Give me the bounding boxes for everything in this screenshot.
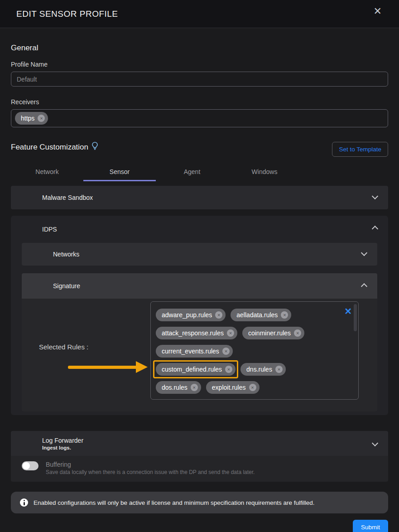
rule-chip-label: adware_pup.rules <box>162 311 212 319</box>
networks-title: Networks <box>53 251 79 258</box>
tab-windows[interactable]: Windows <box>228 164 301 181</box>
malware-sandbox-title: Malware Sandbox <box>42 194 93 201</box>
receiver-chip-label: https <box>21 115 34 122</box>
signature-title: Signature <box>53 282 80 290</box>
receivers-input[interactable]: https × <box>11 109 388 127</box>
remove-chip-icon[interactable]: × <box>275 366 283 373</box>
feature-customization-heading: Feature Customization <box>11 143 88 152</box>
set-to-template-button[interactable]: Set to Template <box>332 142 388 157</box>
tab-sensor[interactable]: Sensor <box>83 164 156 181</box>
receiver-chip: https × <box>15 112 48 125</box>
rule-chip: exploit.rules × <box>206 381 260 394</box>
accordion-signature[interactable]: Signature <box>22 273 377 299</box>
page-title: EDIT SENSOR PROFILE <box>16 9 118 19</box>
rule-chip-label: dos.rules <box>162 384 187 391</box>
signature-content: Selected Rules : adware_pup.rules × aell… <box>22 299 377 411</box>
rule-chip-label: coinminer.rules <box>248 329 291 337</box>
receivers-label: Receivers <box>11 98 388 106</box>
accordion-log-forwarder[interactable]: Log Forwarder Ingest logs. <box>11 431 388 456</box>
chevron-down-icon <box>361 250 367 256</box>
remove-chip-icon[interactable]: × <box>225 366 232 373</box>
remove-chip-icon[interactable]: × <box>249 384 256 391</box>
idps-title: IDPS <box>42 226 57 233</box>
general-heading: General <box>11 44 388 53</box>
rules-row: current_events.rules × <box>156 342 343 360</box>
selected-rules-label: Selected Rules : <box>39 343 88 351</box>
buffering-label: Buffering <box>46 461 255 468</box>
rule-chip: attack_response.rules × <box>156 327 237 339</box>
rules-row: adware_pup.rules × aelladata.rules × <box>156 306 343 324</box>
buffering-toggle[interactable] <box>22 461 38 470</box>
rule-chip-label: custom_defined.rules <box>162 366 222 373</box>
rules-row: custom_defined.rules × dns.rules × <box>156 360 343 378</box>
remove-chip-icon[interactable]: × <box>215 311 222 319</box>
modal-header: EDIT SENSOR PROFILE ✕ <box>0 0 399 28</box>
info-icon <box>20 498 28 507</box>
tab-agent[interactable]: Agent <box>156 164 228 181</box>
rule-chip-label: attack_response.rules <box>162 329 224 337</box>
rule-chip: coinminer.rules × <box>242 327 304 339</box>
rules-row: dos.rules × exploit.rules × <box>156 378 343 397</box>
rules-row: attack_response.rules × coinminer.rules … <box>156 324 343 342</box>
feature-customization-row: Feature Customization Set to Template <box>11 143 388 159</box>
highlight-box: custom_defined.rules × <box>153 360 238 378</box>
clear-selection-icon[interactable]: ✕ <box>344 307 352 316</box>
accordion-idps[interactable]: IDPS <box>11 216 388 243</box>
chevron-up-icon <box>361 283 367 290</box>
profile-name-input[interactable] <box>11 72 388 87</box>
info-banner-text: Enabled configurations will only be acti… <box>34 499 315 506</box>
rule-chip-label: current_events.rules <box>162 348 219 355</box>
feature-tabs: Network Sensor Agent Windows <box>11 164 388 181</box>
rule-chip: aelladata.rules × <box>231 309 291 321</box>
rule-chip: dos.rules × <box>156 381 201 394</box>
idps-card: IDPS Networks Signature Selected Rules : <box>11 216 388 415</box>
scrollbar-thumb[interactable] <box>354 304 357 331</box>
rule-chip-label: dns.rules <box>246 366 272 373</box>
remove-chip-icon[interactable]: × <box>222 348 230 355</box>
info-banner: Enabled configurations will only be acti… <box>11 492 388 513</box>
modal-body: General Profile Name Receivers https × F… <box>0 28 399 532</box>
selected-rules-multiselect[interactable]: adware_pup.rules × aelladata.rules × att… <box>150 301 359 400</box>
remove-chip-icon[interactable]: × <box>294 329 301 337</box>
chevron-down-icon <box>372 193 378 199</box>
buffering-row: Buffering Save data locally when there i… <box>11 456 388 482</box>
profile-name-label: Profile Name <box>11 61 388 68</box>
remove-chip-icon[interactable]: × <box>191 384 198 391</box>
submit-button[interactable]: Submit <box>353 520 388 532</box>
rule-chip: adware_pup.rules × <box>156 309 226 321</box>
remove-receiver-icon[interactable]: × <box>38 115 45 122</box>
rule-chip-label: aelladata.rules <box>236 311 278 319</box>
rule-chip-highlighted: custom_defined.rules × <box>156 363 236 376</box>
rule-chip: current_events.rules × <box>156 345 233 358</box>
chevron-up-icon <box>372 226 378 232</box>
lightbulb-icon <box>92 142 98 152</box>
accordion-networks[interactable]: Networks <box>22 243 377 266</box>
log-forwarder-title: Log Forwarder <box>42 437 378 444</box>
buffering-description: Save data locally when there is a connec… <box>46 469 255 475</box>
signature-section: Signature Selected Rules : adware_pup.ru… <box>22 273 377 411</box>
accordion-malware-sandbox[interactable]: Malware Sandbox <box>11 186 388 209</box>
tab-network[interactable]: Network <box>11 164 83 181</box>
remove-chip-icon[interactable]: × <box>281 311 288 319</box>
rule-chip: dns.rules × <box>240 363 286 376</box>
rule-chip-label: exploit.rules <box>212 384 246 391</box>
close-icon[interactable]: ✕ <box>374 6 382 16</box>
annotation-arrow-icon <box>68 361 149 373</box>
log-forwarder-subtitle: Ingest logs. <box>42 445 378 450</box>
remove-chip-icon[interactable]: × <box>227 329 234 337</box>
